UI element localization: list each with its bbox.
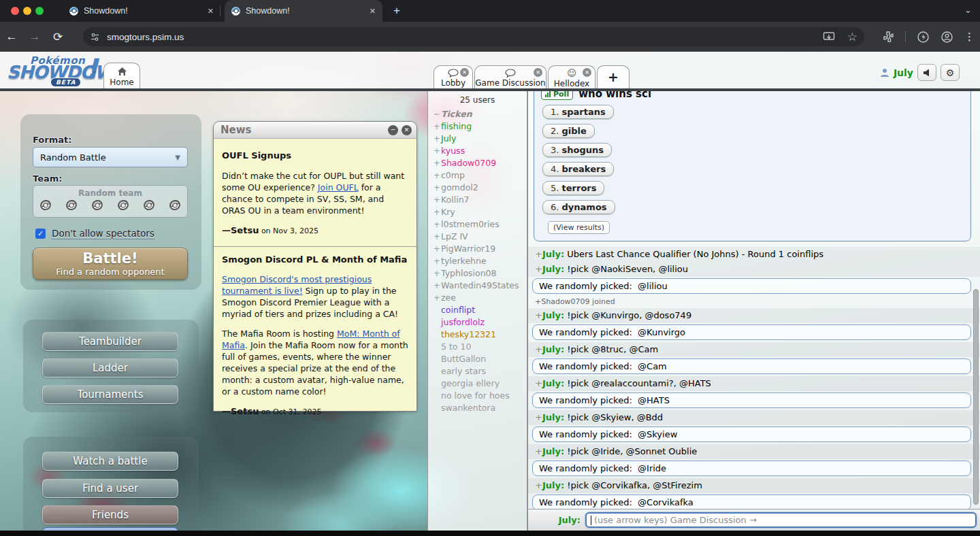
forward-icon[interactable]: → (23, 30, 46, 44)
tab-lobby[interactable]: ✕ Lobby (434, 65, 473, 88)
mute-sound-button[interactable] (917, 64, 936, 81)
macos-fullscreen-button[interactable] (35, 7, 44, 15)
userlist-user[interactable]: +zee (428, 291, 527, 303)
user-name: Wantedin49States (441, 280, 519, 290)
userlist-user[interactable]: coinflipt (428, 303, 527, 316)
site-settings-icon[interactable] (90, 32, 100, 42)
userlist-user[interactable]: +Kollin7 (428, 193, 527, 205)
chat-message-username[interactable]: July: (542, 412, 564, 422)
user-name: 5 to 10 (441, 341, 471, 352)
menu-button-watch-a-battle[interactable]: Watch a battle (42, 452, 178, 471)
back-icon[interactable]: ← (0, 30, 23, 44)
macos-minimize-button[interactable] (23, 7, 31, 15)
userlist-user[interactable]: +Typhlosion08 (428, 267, 527, 279)
chat-message-username[interactable]: July: (542, 480, 564, 490)
poll-option-spartans[interactable]: 1. spartans (542, 105, 614, 119)
bookmark-star-icon[interactable]: ☆ (847, 30, 858, 44)
browser-tab-2-active[interactable]: Showdown! ✕ (225, 0, 382, 22)
menu-button-friends[interactable]: Friends (42, 505, 178, 524)
chat-input[interactable]: (use arrow keys) Game Discussion → (585, 512, 977, 528)
poll-option-gible[interactable]: 2. gible (542, 124, 595, 138)
chat-message-username[interactable]: July: (542, 310, 564, 320)
poll-option-dynamos[interactable]: 6. dynamos (542, 200, 615, 214)
format-select[interactable]: Random Battle ▼ (33, 147, 188, 167)
userlist-user[interactable]: +LpZ IV (428, 230, 527, 242)
chat-message-username[interactable]: July: (542, 378, 564, 388)
tab-close-icon[interactable]: ✕ (208, 7, 214, 16)
new-room-tab-button[interactable]: + (597, 65, 630, 88)
tab-game-discussion[interactable]: ✕ Game Discussion (474, 65, 546, 88)
news-article-body: The Mafia Room is hosting MoM: Month of … (222, 328, 408, 397)
extensions-puzzle-icon[interactable] (882, 31, 894, 43)
userlist-user[interactable]: +kyuss (428, 144, 527, 156)
macos-close-button[interactable] (11, 7, 19, 15)
userlist-user[interactable]: ~Ticken (428, 107, 527, 120)
poll-option-shoguns[interactable]: 3. shoguns (542, 143, 612, 157)
userlist-user[interactable]: georgia ellery (428, 377, 527, 389)
tab-search-chevron-icon[interactable]: ⌄ (964, 5, 972, 15)
logo-beta-badge: BETA (50, 78, 81, 87)
browser-menu-icon[interactable]: ⋮ (964, 31, 975, 43)
profile-icon[interactable] (941, 31, 953, 44)
tab-home[interactable]: Home (103, 63, 140, 88)
menu-button-ladder[interactable]: Ladder (42, 358, 178, 378)
userlist-user[interactable]: swankentora (428, 401, 527, 414)
userlist-user[interactable]: jusfordlolz (428, 316, 527, 328)
install-app-icon[interactable] (823, 31, 835, 42)
poll-option-breakers[interactable]: 4. breakers (542, 162, 614, 176)
userlist-user[interactable]: +Shadow0709 (428, 156, 527, 169)
tab-hellodex[interactable]: ✕ ☺ Hellodex (548, 65, 595, 88)
userlist-user[interactable]: thesky12321 (428, 328, 527, 340)
close-tab-icon[interactable]: ✕ (583, 68, 591, 77)
userlist-user[interactable]: ButtGallon (428, 352, 527, 365)
userlist-user[interactable]: +fiishing (428, 120, 527, 132)
user-name: ButtGallon (441, 354, 486, 364)
menu-button-find-a-user[interactable]: Find a user (42, 479, 178, 498)
random-pick-infobox: We randomly picked: @Skyiew (532, 426, 971, 442)
close-icon[interactable]: ✕ (402, 125, 412, 135)
reload-icon[interactable]: ⟳ (46, 30, 69, 44)
header-username[interactable]: July (894, 67, 913, 78)
address-bar[interactable]: smogtours.psim.us ☆ (83, 27, 864, 46)
chat-message-username[interactable]: July: (542, 446, 564, 456)
userlist-user[interactable]: +Wantedin49States (428, 279, 527, 291)
user-name: coinflipt (441, 305, 475, 315)
poll-view-results-button[interactable]: (View results) (548, 221, 610, 234)
team-select[interactable]: Random team (33, 185, 188, 218)
chat-message: +July: !pick @Kunvirgo, @doso749 (528, 308, 980, 323)
spectators-checkbox[interactable]: ✓ (35, 229, 46, 239)
userlist-user[interactable]: early stars (428, 365, 527, 377)
userlist-user[interactable]: +gomdol2 (428, 181, 527, 193)
userlist-user[interactable]: +Kry (428, 205, 527, 218)
poll-option-terrors[interactable]: 5. terrors (542, 181, 604, 195)
browser-tab-1[interactable]: Showdown! ✕ (63, 0, 220, 22)
menu-button-tournaments[interactable]: Tournaments (42, 385, 178, 404)
chat-message-username[interactable]: July: (542, 344, 564, 354)
new-tab-button[interactable]: + (389, 4, 404, 19)
user-name: swankentora (441, 403, 495, 413)
menu-button-teambuilder[interactable]: Teambuilder (42, 332, 178, 351)
close-tab-icon[interactable]: ✕ (460, 68, 469, 77)
chat-scrollbar-thumb[interactable] (973, 289, 979, 505)
gear-icon: ⚙ (946, 67, 955, 78)
chat-log[interactable]: Poll who wins scl 1. spartans2. gible3. … (528, 91, 980, 509)
close-tab-icon[interactable]: ✕ (534, 68, 542, 77)
user-rank: + (434, 171, 441, 180)
userlist-user[interactable]: +l0stmem0ries (428, 218, 527, 230)
join-oufl-link[interactable]: Join OUFL (318, 182, 359, 192)
random-pick-infobox: We randomly picked: @Iride (532, 460, 971, 476)
userlist-user[interactable]: +tylerkehne (428, 254, 527, 267)
extension-leaf-icon[interactable] (917, 31, 930, 44)
battle-button[interactable]: Battle! Find a random opponent (33, 248, 188, 280)
chat-message-username[interactable]: July: (542, 249, 564, 259)
userlist-user[interactable]: +July (428, 132, 527, 144)
settings-button[interactable]: ⚙ (941, 64, 960, 81)
userlist-user[interactable]: 5 to 10 (428, 340, 527, 352)
userlist-user[interactable]: no love for hoes (428, 389, 527, 401)
userlist-user[interactable]: +PigWarrior19 (428, 242, 527, 254)
minimize-icon[interactable]: ─ (388, 125, 398, 135)
userlist-user[interactable]: +c0mp (428, 169, 527, 181)
tab-close-icon[interactable]: ✕ (370, 7, 376, 16)
chat-message-username[interactable]: July: (542, 264, 564, 274)
spectators-option[interactable]: ✓ Don't allow spectators (35, 228, 154, 239)
